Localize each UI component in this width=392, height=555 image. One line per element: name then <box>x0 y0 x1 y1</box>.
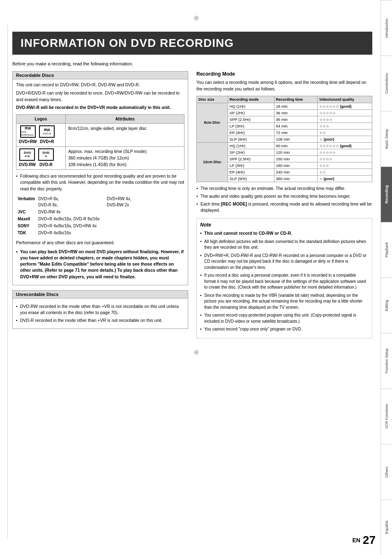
recording-mode-table: Disc size Recording mode Recording time … <box>196 96 372 182</box>
intro-text: Before you make a recording, read the fo… <box>12 61 372 66</box>
disc-size-12cm: 12cm Disc <box>197 142 228 182</box>
sidebar-tab-function-setup[interactable]: Function Setup <box>381 333 392 388</box>
dvdminusrw-label: DVD-RW <box>19 162 36 168</box>
unrecordable-discs-section: Unrecordable Discs DVD-RW recorded in th… <box>12 290 188 329</box>
mode-12cm-ep: EP (4Hr) <box>228 169 274 175</box>
quality-8cm-spp: ☆☆☆☆ <box>317 116 372 123</box>
two-col-layout: Recordable Discs This unit can record to… <box>12 71 372 338</box>
recordable-discs-title: Recordable Discs <box>13 72 188 79</box>
quality-8cm-ep: ☆☆ <box>317 129 372 136</box>
time-8cm-spp: 45 min <box>274 116 317 123</box>
mode-12cm-spp: SPP (2.5Hr) <box>228 155 274 162</box>
sidebar-tab-connections[interactable]: Connections <box>381 56 392 111</box>
sidebar-tab-editing[interactable]: Editing <box>381 278 392 333</box>
note-item-2: All high definition pictures will be dow… <box>200 239 369 251</box>
bullet-item-playback: You can play back DVD+RW on most DVD pla… <box>16 249 184 280</box>
mode-12cm-slp: SLP (6Hr) <box>228 175 274 182</box>
disc-size-8cm: 8cm Disc <box>197 103 228 142</box>
note-item-1: This unit cannot record to CD-RW or CD-R… <box>200 230 369 236</box>
compat-row-verbatim: Verbatim DVD+R 8x,DVD-R 8x, DVD+RW 4x,DV… <box>16 195 184 208</box>
quality-12cm-sp: ☆☆☆☆☆ <box>317 149 372 155</box>
table-row-8cm-hq: 8cm Disc HQ (1Hr) 18 min ☆☆☆☆☆☆ (good) <box>197 103 372 109</box>
unrecordable-item-2: DVD-R recorded in the mode other than +V… <box>16 317 184 324</box>
recordable-text1: This unit can record to DVD+RW, DVD+R, D… <box>16 82 184 88</box>
note-list: This unit cannot record to CD-RW or CD-R… <box>200 230 369 332</box>
mode-8cm-spp: SPP (2.5Hr) <box>228 116 274 123</box>
dvdrw-box: RW DVD-ReWritable <box>20 125 36 138</box>
dvdminusrw-box: DVD R W <box>19 148 35 161</box>
dvdrw-label: DVD+RW <box>19 139 37 145</box>
mode-8cm-ep: EP (4Hr) <box>228 129 274 136</box>
right-column: Recording Mode You can select a recordin… <box>196 71 372 338</box>
quality-12cm-hq: ☆☆☆☆☆☆ (good) <box>317 142 372 149</box>
attr4-text: 108 minutes (1.4GB) (for 8cm) <box>68 162 127 167</box>
recording-mode-bullets: The recording time is only an estimate. … <box>196 185 372 214</box>
quality-12cm-lp: ☆☆☆ <box>317 162 372 169</box>
unrecordable-content: DVD-RW recorded in the mode other than +… <box>13 298 188 329</box>
logo-dvdminusrw: DVD R W DVD-RW <box>19 148 36 168</box>
unrecordable-list: DVD-RW recorded in the mode other than +… <box>16 303 184 324</box>
vert-line-decoration <box>7 25 8 539</box>
rec-bullet-2: The audio and video quality gets poorer … <box>196 193 372 199</box>
logo-dvdminusr: DVD R DVD-R <box>38 148 54 168</box>
sidebar-tab-introduction[interactable]: Introduction <box>381 0 392 56</box>
quality-8cm-hq: ☆☆☆☆☆☆ (good) <box>317 103 372 109</box>
sidebar-tab-others[interactable]: Others <box>381 444 392 500</box>
tdk-items: DVD+R 4x/8x/16x <box>37 229 184 236</box>
time-12cm-sp: 120 min <box>274 149 317 155</box>
sidebar-tabs: Introduction Connections Basic Setup Rec… <box>380 0 392 555</box>
compat-table: Verbatim DVD+R 8x,DVD-R 8x, DVD+RW 4x,DV… <box>16 195 184 236</box>
table-row-12cm-hq: 12cm Disc HQ (1Hr) 60 min ☆☆☆☆☆☆ (good) <box>197 142 372 149</box>
logo-dvdplusr: RW DVD+R DVD+R <box>39 125 55 145</box>
recordable-text3: DVD-RW/-R will be recorded in the DVD+VR… <box>16 104 184 111</box>
page-number-area: EN 27 <box>352 534 376 547</box>
recording-mode-section: Recording Mode You can select a recordin… <box>196 71 372 338</box>
verbatim-items2: DVD+RW 4x,DVD-RW 2x <box>105 195 184 208</box>
time-8cm-lp: 54 min <box>274 123 317 129</box>
quality-12cm-ep: ☆☆ <box>317 169 372 175</box>
page-wrapper: ⊕ INFORMATION ON DVD RECORDING Before yo… <box>0 0 392 555</box>
quality-12cm-spp: ☆☆☆☆ <box>317 155 372 162</box>
quality-12cm-slp: ☆ (poor) <box>317 175 372 182</box>
time-8cm-ep: 72 min <box>274 129 317 136</box>
attr2-text: Approx. max. recording time (SLP mode): <box>68 149 148 154</box>
col-rec-mode: Recording mode <box>228 96 274 103</box>
logos-table: Logos Attributes <box>16 114 184 170</box>
recordable-text2: DVD+R/DVD-R can only be recorded to once… <box>16 90 184 103</box>
note-item-6: You cannot record copy-protected program… <box>200 312 369 324</box>
col-rec-time: Recording time <box>274 96 317 103</box>
attr-cell-2: Approx. max. recording time (SLP mode): … <box>66 147 184 170</box>
sidebar-tab-playback[interactable]: Playback <box>381 222 392 278</box>
sidebar-tab-basic-setup[interactable]: Basic Setup <box>381 111 392 166</box>
quality-8cm-sp: ☆☆☆☆☆ <box>317 109 372 116</box>
time-8cm-slp: 108 min <box>274 136 317 142</box>
sidebar-tab-recording[interactable]: Recording <box>381 166 392 222</box>
time-12cm-hq: 60 min <box>274 142 317 149</box>
attr1-text: 8cm/12cm, single-sided, single layer dis… <box>68 126 147 131</box>
compat-row-maxell: Maxell DVD+R 4x/8x/16x, DVD-R 8x/16x <box>16 215 184 222</box>
sidebar-tab-espanol[interactable]: Español <box>381 500 392 555</box>
recording-mode-title: Recording Mode <box>196 71 372 77</box>
brand-jvc: JVC <box>16 208 37 215</box>
sony-items: DVD+R 4x/8x/16x, DVD+RW 4x <box>37 222 184 229</box>
compat-row-sony: SONY DVD+R 4x/8x/16x, DVD+RW 4x <box>16 222 184 229</box>
dvdminusr-box: DVD R <box>38 148 54 161</box>
rec-bullet-1: The recording time is only an estimate. … <box>196 185 372 192</box>
mode-12cm-sp: SP (2Hr) <box>228 149 274 155</box>
sidebar-tab-vcr-functions[interactable]: VCR Functions <box>381 388 392 444</box>
time-12cm-spp: 150 min <box>274 155 317 162</box>
logo-pair-2: DVD R W DVD-RW DVD <box>19 148 63 168</box>
logo-dvdrw: RW DVD-ReWritable DVD+RW <box>19 125 37 145</box>
brand-maxell: Maxell <box>16 215 37 222</box>
quality-8cm-slp: ☆ (poor) <box>317 136 372 142</box>
brand-tdk: TDK <box>16 229 37 236</box>
note-item-7: You cannot record "copy-once only" progr… <box>200 326 369 333</box>
brand-sony: SONY <box>16 222 37 229</box>
bullet-list-1: Following discs are recommended for good… <box>16 173 184 192</box>
col-video-quality: Video/sound quality <box>317 96 372 103</box>
maxell-items: DVD+R 4x/8x/16x, DVD-R 8x/16x <box>37 215 184 222</box>
brand-verbatim: Verbatim <box>16 195 37 208</box>
attr3-text: 360 minutes (4.7GB) (for 12cm) <box>68 155 129 160</box>
logos-header-right: Attributes <box>66 115 184 124</box>
time-12cm-slp: 360 min <box>274 175 317 182</box>
